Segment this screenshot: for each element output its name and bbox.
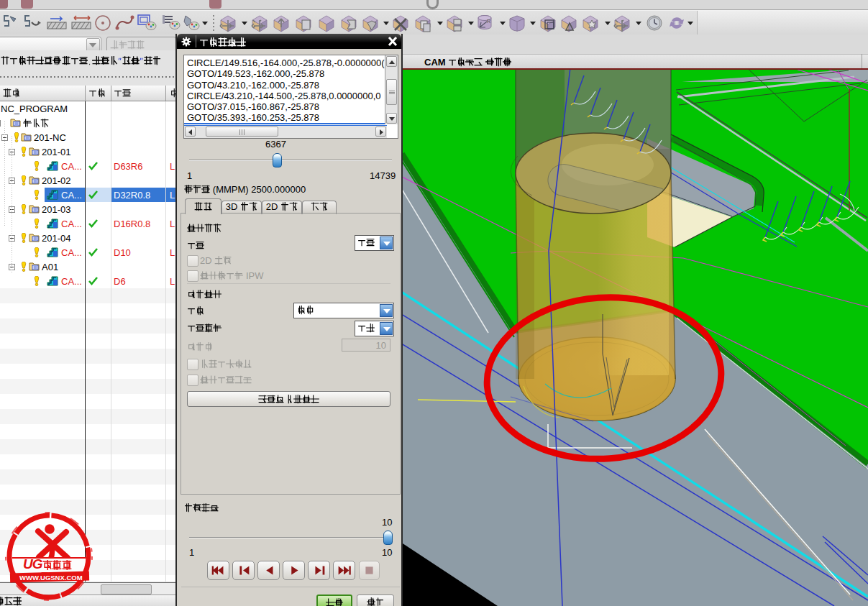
- svg-text:R: R: [487, 19, 490, 24]
